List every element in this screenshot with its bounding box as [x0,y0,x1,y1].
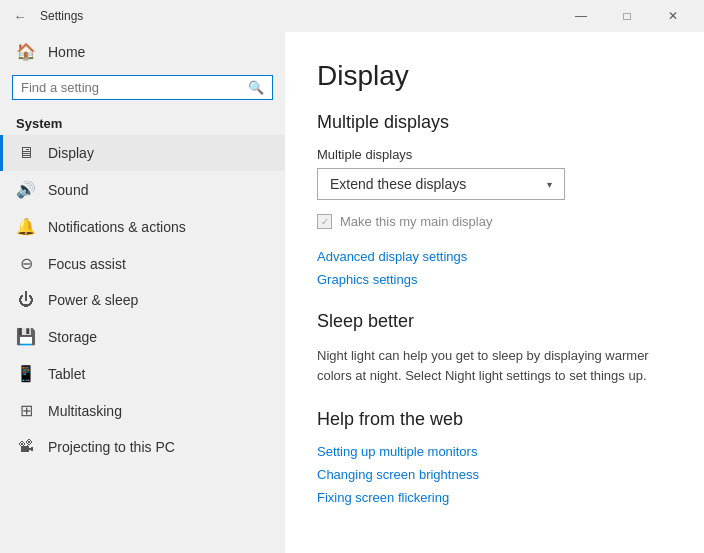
sidebar-item-sound[interactable]: 🔊 Sound [0,171,285,208]
title-bar: ← Settings — □ ✕ [0,0,704,32]
minimize-button[interactable]: — [558,0,604,32]
sidebar-item-focus[interactable]: ⊖ Focus assist [0,245,285,282]
sidebar-item-multitasking[interactable]: ⊞ Multitasking [0,392,285,429]
nav-label-storage: Storage [48,329,97,345]
home-icon: 🏠 [16,42,36,61]
help-link-1[interactable]: Changing screen brightness [317,467,672,482]
page-title: Display [317,60,672,92]
nav-label-sound: Sound [48,182,88,198]
multiple-displays-dropdown[interactable]: Extend these displays ▾ [317,168,565,200]
display-icon: 🖥 [16,144,36,162]
search-box: 🔍 [12,75,273,100]
sidebar-item-power[interactable]: ⏻ Power & sleep [0,282,285,318]
content-panel: Display Multiple displays Multiple displ… [285,32,704,553]
nav-label-focus: Focus assist [48,256,126,272]
sidebar-home-label: Home [48,44,85,60]
multiple-displays-title: Multiple displays [317,112,672,133]
close-button[interactable]: ✕ [650,0,696,32]
checkbox-label: Make this my main display [340,214,492,229]
notifications-icon: 🔔 [16,217,36,236]
help-web-title: Help from the web [317,409,672,430]
nav-label-tablet: Tablet [48,366,85,382]
maximize-button[interactable]: □ [604,0,650,32]
sidebar-section-title: System [0,108,285,135]
search-icon[interactable]: 🔍 [248,80,264,95]
sidebar: 🏠 Home 🔍 System 🖥 Display 🔊 Sound 🔔 Noti… [0,32,285,553]
help-link-0[interactable]: Setting up multiple monitors [317,444,672,459]
tablet-icon: 📱 [16,364,36,383]
sidebar-item-notifications[interactable]: 🔔 Notifications & actions [0,208,285,245]
multitasking-icon: ⊞ [16,401,36,420]
sound-icon: 🔊 [16,180,36,199]
content-inner: Display Multiple displays Multiple displ… [285,32,704,553]
window-controls: — □ ✕ [558,0,696,32]
sidebar-item-projecting[interactable]: 📽 Projecting to this PC [0,429,285,465]
power-icon: ⏻ [16,291,36,309]
nav-label-display: Display [48,145,94,161]
sleep-better-body: Night light can help you get to sleep by… [317,346,672,385]
sidebar-item-storage[interactable]: 💾 Storage [0,318,285,355]
storage-icon: 💾 [16,327,36,346]
search-input[interactable] [21,80,248,95]
nav-label-projecting: Projecting to this PC [48,439,175,455]
sidebar-item-home[interactable]: 🏠 Home [0,32,285,71]
main-display-checkbox-row: ✓ Make this my main display [317,214,672,229]
nav-label-notifications: Notifications & actions [48,219,186,235]
advanced-display-link[interactable]: Advanced display settings [317,249,672,264]
sleep-better-title: Sleep better [317,311,672,332]
app-body: 🏠 Home 🔍 System 🖥 Display 🔊 Sound 🔔 Noti… [0,32,704,553]
sidebar-item-display[interactable]: 🖥 Display [0,135,285,171]
dropdown-value: Extend these displays [330,176,466,192]
chevron-down-icon: ▾ [547,179,552,190]
graphics-settings-link[interactable]: Graphics settings [317,272,672,287]
sidebar-item-tablet[interactable]: 📱 Tablet [0,355,285,392]
nav-label-power: Power & sleep [48,292,138,308]
main-display-checkbox[interactable]: ✓ [317,214,332,229]
dropdown-label: Multiple displays [317,147,672,162]
back-button[interactable]: ← [8,4,32,28]
help-link-2[interactable]: Fixing screen flickering [317,490,672,505]
nav-label-multitasking: Multitasking [48,403,122,419]
title-bar-left: ← Settings [8,4,558,28]
focus-icon: ⊖ [16,254,36,273]
projecting-icon: 📽 [16,438,36,456]
checkmark-icon: ✓ [321,216,329,227]
window-title: Settings [40,9,83,23]
